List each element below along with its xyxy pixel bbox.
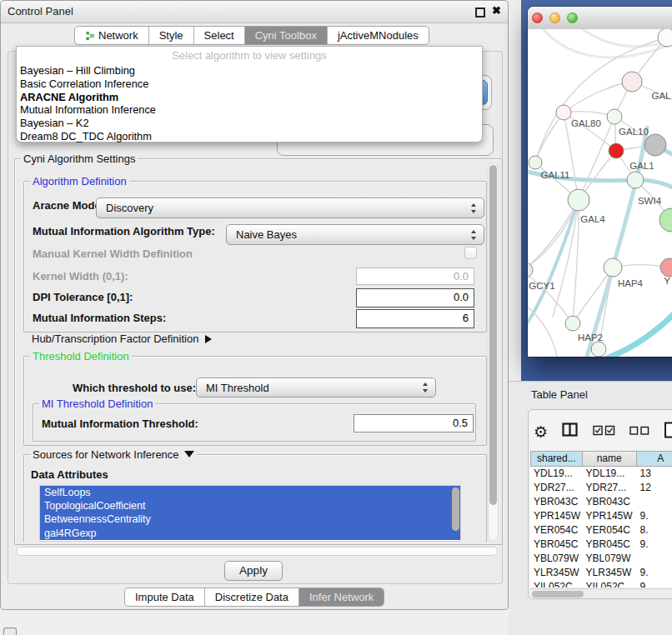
network-node-gal11[interactable]	[529, 156, 542, 169]
table-cell: YPR145W	[583, 509, 637, 523]
table-row[interactable]: YBR043CYBR043C	[530, 495, 672, 509]
sources-group: Sources for Network Inference Data Attri…	[23, 454, 487, 542]
node-label: HAP2	[578, 332, 603, 342]
tab-jactivemnodules[interactable]: jActiveMNodules	[328, 27, 429, 44]
data-attributes-list: SelfLoopsTopologicalCoefficientBetweenne…	[39, 485, 461, 542]
kernel-width-field[interactable]: 0.0	[356, 268, 474, 285]
new-table-icon[interactable]	[664, 422, 672, 442]
network-node-gal[interactable]	[622, 72, 642, 92]
table-cell: YBL079W	[530, 552, 583, 566]
table-row[interactable]: YPR145WYPR145W9.	[530, 509, 672, 523]
attribute-item-betweennesscentrality[interactable]: BetweennessCentrality	[40, 512, 460, 526]
node-label: GAL4	[580, 214, 605, 224]
network-edge	[528, 200, 579, 270]
attribute-item-gal4rgexp[interactable]: gal4RGexp	[40, 527, 460, 540]
split-columns-icon[interactable]	[562, 422, 579, 441]
network-node-gal10[interactable]	[607, 109, 622, 124]
node-label: GCY1	[529, 281, 554, 291]
manual-kernel-width-checkbox[interactable]	[464, 247, 477, 259]
hub-tf-definition-label: Hub/Transcription Factor Definition	[32, 332, 198, 345]
which-threshold-combobox[interactable]: MI Threshold	[196, 378, 436, 398]
table-row[interactable]: YIL052CYIL052C9.	[530, 580, 672, 588]
table-cell: YBR043C	[583, 495, 637, 509]
table-cell: 13	[637, 467, 672, 481]
table-row[interactable]: YLR345WYLR345W9.	[530, 566, 672, 580]
network-node-gal1[interactable]	[609, 143, 624, 158]
partial-dock-icon	[3, 628, 17, 635]
hub-tf-definition-toggle[interactable]: Hub/Transcription Factor Definition	[32, 332, 212, 345]
close-icon[interactable]: ✖	[492, 4, 501, 17]
dpi-tolerance-field[interactable]: 0.0	[356, 288, 474, 308]
aracne-mode-combobox[interactable]: Discovery	[96, 198, 484, 218]
table-cell: 12	[637, 481, 672, 495]
tab-label: jActiveMNodules	[338, 29, 419, 42]
minimize-traffic-icon[interactable]	[549, 12, 560, 23]
algorithm-option-basic-correlation-inference[interactable]: Basic Correlation Inference	[17, 78, 482, 91]
network-node-gcy1[interactable]	[528, 262, 533, 278]
algorithm-option-bayesian-k2[interactable]: Bayesian – K2	[17, 117, 482, 130]
tab-style[interactable]: Style	[149, 27, 194, 44]
data-attributes-label: Data Attributes	[31, 468, 108, 481]
zoom-traffic-icon[interactable]	[567, 12, 578, 23]
network-edge	[528, 200, 579, 328]
tab-discretize-data[interactable]: Discretize Data	[205, 588, 299, 606]
sources-group-toggle[interactable]: Sources for Network Inference	[30, 448, 197, 461]
table-cell: YER054C	[583, 523, 637, 538]
select-all-columns-icon[interactable]	[593, 424, 615, 439]
table-row[interactable]: YBL079WYBL079W	[530, 552, 672, 566]
dropdown-placeholder: Select algorithm to view settings	[17, 47, 482, 64]
attribute-item-selfloops[interactable]: SelfLoops	[40, 486, 460, 499]
mi-algorithm-type-value: Naive Bayes	[236, 228, 297, 241]
which-threshold-value: MI Threshold	[206, 382, 269, 394]
gear-icon[interactable]: ⚙	[534, 421, 548, 442]
table-rows: YDL19...YDL19...13YDR27...YDR27...12YBR0…	[530, 467, 672, 588]
node-label: Y	[664, 276, 670, 286]
float-window-icon[interactable]	[475, 8, 485, 18]
scrollbar-thumb[interactable]	[532, 591, 584, 598]
table-row[interactable]: YBR045CYBR045C9.	[530, 538, 672, 552]
threshold-definition-group: Threshold Definition Which threshold to …	[23, 356, 487, 446]
network-node[interactable]	[644, 134, 666, 156]
network-node[interactable]	[591, 342, 606, 357]
algorithm-option-bayesian-hill-climbing[interactable]: Bayesian – Hill Climbing	[17, 64, 482, 78]
close-traffic-icon[interactable]	[532, 12, 543, 23]
mi-algorithm-type-combobox[interactable]: Naive Bayes	[226, 224, 484, 245]
attribute-item-topologicalcoefficient[interactable]: TopologicalCoefficient	[40, 499, 460, 512]
cyni-bottom-tabs: Impute DataDiscretize DataInfer Network	[124, 588, 384, 607]
combobox-arrows-icon	[422, 382, 429, 392]
screen: Control Panel ✖ NetworkStyleSelectCyni T…	[0, 0, 672, 635]
scrollbar-thumb[interactable]	[489, 165, 497, 505]
network-node[interactable]	[659, 208, 672, 232]
table-row[interactable]: YER054CYER054C8.	[530, 523, 672, 538]
settings-vertical-scrollbar[interactable]	[488, 162, 499, 541]
network-node-hap2[interactable]	[565, 316, 580, 331]
tab-select[interactable]: Select	[194, 27, 245, 44]
column-header-shared[interactable]: shared...	[530, 451, 583, 467]
column-header-name[interactable]: name	[583, 451, 637, 467]
network-node-swi4[interactable]	[627, 172, 644, 188]
tab-impute-data[interactable]: Impute Data	[125, 588, 205, 606]
column-header-a[interactable]: A	[637, 451, 672, 467]
algorithm-option-dream8-dc-tdc-algorithm[interactable]: Dream8 DC_TDC Algorithm	[17, 130, 482, 143]
apply-button[interactable]: Apply	[224, 561, 283, 581]
network-node-gal80[interactable]	[556, 105, 571, 120]
algorithm-option-aracne-algorithm[interactable]: ARACNE Algorithm	[17, 91, 482, 104]
network-node-gal4[interactable]	[568, 189, 589, 211]
settings-horizontal-scrollbar[interactable]	[16, 547, 498, 556]
table-cell: 8.	[637, 523, 672, 538]
mi-threshold-label: Mutual Information Threshold:	[42, 418, 198, 430]
tab-infer-network[interactable]: Infer Network	[299, 588, 384, 606]
deselect-all-columns-icon[interactable]	[629, 424, 649, 439]
mi-threshold-field[interactable]: 0.5	[354, 414, 474, 432]
tab-network[interactable]: Network	[75, 27, 149, 44]
table-row[interactable]: YDR27...YDR27...12	[530, 481, 672, 495]
tab-cyni-toolbox[interactable]: Cyni Toolbox	[245, 27, 328, 44]
algorithm-option-mutual-information-inference[interactable]: Mutual Information Inference	[17, 103, 482, 117]
table-row[interactable]: YDL19...YDL19...13	[530, 467, 672, 481]
mi-steps-field[interactable]: 6	[356, 309, 474, 328]
network-node-hap4[interactable]	[604, 258, 622, 277]
network-canvas[interactable]: GALGAL80GAL10GAL1GAL11SWI4GAL4GCY1HAP4YH…	[528, 29, 672, 357]
list-scrollbar[interactable]	[452, 488, 459, 531]
table-horizontal-scrollbar[interactable]	[530, 588, 672, 598]
network-node-y[interactable]	[660, 258, 672, 277]
